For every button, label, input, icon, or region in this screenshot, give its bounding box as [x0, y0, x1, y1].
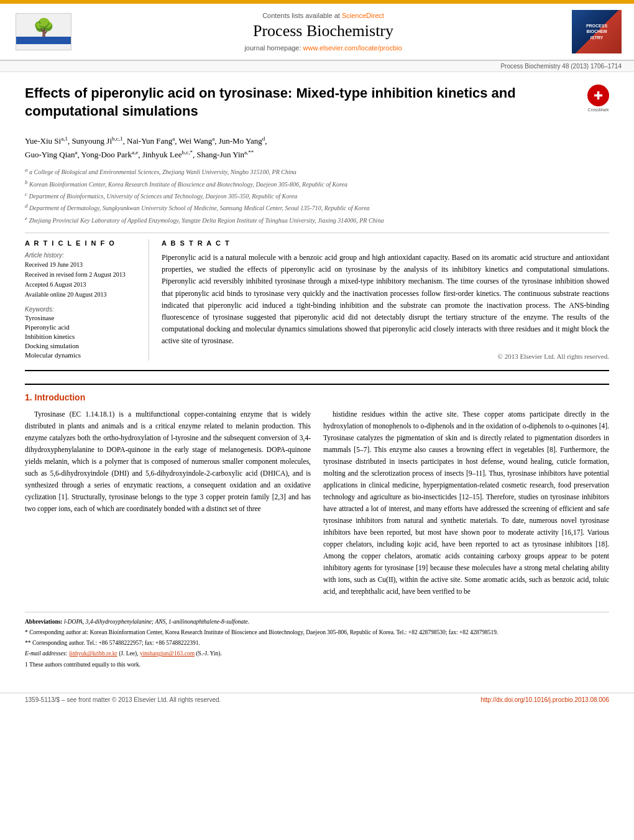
received-date: Received 19 June 2013	[25, 260, 139, 270]
copyright-line: © 2013 Elsevier Ltd. All rights reserved…	[162, 353, 609, 360]
email-author-1: (J. Lee),	[119, 650, 140, 657]
homepage-link[interactable]: www.elsevier.com/locate/procbio	[303, 44, 402, 52]
author-7: Yong-Doo Parka,e,	[81, 150, 142, 159]
affil-2: b Korean Bioinformation Center, Korea Re…	[25, 178, 609, 189]
article-title: Effects of piperonylic acid on tyrosinas…	[25, 85, 581, 120]
intro-left-para: Tyrosinase (EC 1.14.18.1) is a multifunc…	[25, 408, 311, 515]
citation-text: Process Biochemistry 48 (2013) 1706–1714	[500, 63, 622, 70]
affil-5: e Zhejiang Provincial Key Laboratory of …	[25, 215, 609, 225]
elsevier-logo: 🌳 ELSEVIER	[12, 13, 75, 50]
author-2: Sunyoung Jib,c,1,	[71, 136, 127, 145]
intro-right-col: histidine residues within the active sit…	[323, 408, 609, 602]
abbrev-label: Abbreviations:	[25, 619, 64, 625]
section-number: 1.	[25, 392, 32, 402]
keyword-5: Molecular dynamics	[25, 351, 139, 359]
keywords-section: Keywords: Tyrosinase Piperonylic acid In…	[25, 306, 139, 359]
journal-homepage: journal homepage: www.elsevier.com/locat…	[87, 44, 559, 52]
email-label: E-mail addresses:	[25, 650, 69, 657]
history-label: Article history:	[25, 252, 139, 259]
article-body: A R T I C L E I N F O Article history: R…	[25, 239, 609, 361]
keyword-3: Inhibition kinetics	[25, 333, 139, 340]
crossmark: ✚ CrossMark	[587, 85, 609, 106]
elsevier-tree-icon: 🌳	[33, 19, 55, 37]
main-content: Effects of piperonylic acid on tyrosinas…	[0, 72, 634, 683]
elsevier-wordmark: ELSEVIER	[22, 37, 65, 44]
process-biochem-logo-text: PROCESSBIOCHEMISTRY	[586, 23, 607, 40]
equal-contrib-note: 1 These authors contributed equally to t…	[25, 660, 609, 669]
bottom-bar: 1359-5113/$ – see front matter © 2013 El…	[0, 693, 634, 706]
page-wrapper: 🌳 ELSEVIER Contents lists available at S…	[0, 0, 634, 706]
sciencedirect-link[interactable]: ScienceDirect	[342, 12, 384, 19]
homepage-prefix: journal homepage:	[244, 44, 303, 52]
keywords-label: Keywords:	[25, 306, 139, 313]
crossmark-icon: ✚	[587, 85, 609, 106]
received-revised-date: Received in revised form 2 August 2013	[25, 270, 139, 280]
email-note: E-mail addresses: jinhyuk@kribb.re.kr (J…	[25, 649, 609, 658]
corresponding-note-2: ** Corresponding author. Tel.: +86 57488…	[25, 639, 609, 647]
affil-1: a a College of Biological and Environmen…	[25, 166, 609, 177]
divider-1	[25, 233, 609, 233]
email-link-2[interactable]: yinshangjun@163.com	[140, 650, 195, 657]
keyword-2: Piperonylic acid	[25, 323, 139, 331]
authors-line: Yue-Xiu Sia,1, Sunyoung Jib,c,1, Nai-Yun…	[25, 134, 609, 161]
affil-3: c Department of Bioinformatics, Universi…	[25, 190, 609, 201]
affiliations: a a College of Biological and Environmen…	[25, 166, 609, 225]
keyword-1: Tyrosinase	[25, 314, 139, 321]
abbrev-text: l-DOPA, 3,4-dihydroxyphenylalanine; ANS,…	[64, 619, 249, 625]
author-5: Jun-Mo Yangd,	[219, 136, 267, 145]
author-6: Guo-Ying Qiana,	[25, 150, 81, 159]
journal-center: Contents lists available at ScienceDirec…	[75, 12, 572, 52]
process-biochem-logo: PROCESSBIOCHEMISTRY	[572, 10, 622, 53]
email-link-1[interactable]: jinhyuk@kribb.re.kr	[69, 650, 117, 657]
article-info-header: A R T I C L E I N F O	[25, 239, 139, 247]
keyword-4: Docking simulation	[25, 342, 139, 349]
author-8: Jinhyuk Leeb,c,*,	[142, 150, 197, 159]
issn-text: 1359-5113/$ – see front matter © 2013 El…	[25, 696, 221, 703]
footnotes: Abbreviations: l-DOPA, 3,4-dihydroxyphen…	[25, 612, 609, 669]
abstract-text: Piperonylic acid is a natural molecule w…	[162, 252, 609, 348]
article-info: A R T I C L E I N F O Article history: R…	[25, 239, 149, 361]
divider-2	[25, 370, 609, 371]
contents-prefix: Contents lists available at	[262, 12, 342, 19]
abstract-header: A B S T R A C T	[162, 239, 609, 247]
equal-contrib-text: 1 These authors contributed equally to t…	[25, 662, 140, 668]
journal-title: Process Biochemistry	[87, 22, 559, 40]
available-date: Available online 20 August 2013	[25, 290, 139, 300]
section-name: Introduction	[35, 392, 86, 402]
corresponding-note-1: * Corresponding author at: Korean Bioinf…	[25, 628, 609, 637]
intro-right-para: histidine residues within the active sit…	[323, 408, 609, 598]
abbreviations-note: Abbreviations: l-DOPA, 3,4-dihydroxyphen…	[25, 617, 609, 626]
corresponding-text-1: Corresponding author at: Korean Bioinfor…	[29, 629, 498, 635]
author-9: Shang-Jun Yina,**	[197, 150, 254, 159]
contents-line: Contents lists available at ScienceDirec…	[87, 12, 559, 19]
article-abstract: A B S T R A C T Piperonylic acid is a na…	[162, 239, 609, 361]
accepted-date: Accepted 6 August 2013	[25, 280, 139, 290]
author-3: Nai-Yun Fanga,	[127, 136, 179, 145]
intro-left-col: Tyrosinase (EC 1.14.18.1) is a multifunc…	[25, 408, 311, 602]
elsevier-logo-img: 🌳 ELSEVIER	[16, 13, 71, 50]
citation-bar: Process Biochemistry 48 (2013) 1706–1714	[0, 61, 634, 72]
star-2: **	[25, 640, 32, 646]
author-1: Yue-Xiu Sia,1,	[25, 136, 71, 145]
info-dates: Received 19 June 2013 Received in revise…	[25, 260, 139, 300]
intro-two-col: Tyrosinase (EC 1.14.18.1) is a multifunc…	[25, 408, 609, 602]
author-4: Wei Wanga,	[179, 136, 219, 145]
email-author-2: (S.-J. Yin).	[196, 650, 221, 657]
section-title: 1. Introduction	[25, 392, 609, 402]
corresponding-text-2: Corresponding author. Tel.: +86 57488222…	[32, 640, 200, 646]
journal-header: 🌳 ELSEVIER Contents lists available at S…	[0, 4, 634, 61]
intro-section: 1. Introduction Tyrosinase (EC 1.14.18.1…	[25, 384, 609, 602]
doi-link[interactable]: http://dx.doi.org/10.1016/j.procbio.2013…	[480, 696, 609, 703]
affil-4: d Department of Dermatology, Sungkyunkwa…	[25, 202, 609, 213]
